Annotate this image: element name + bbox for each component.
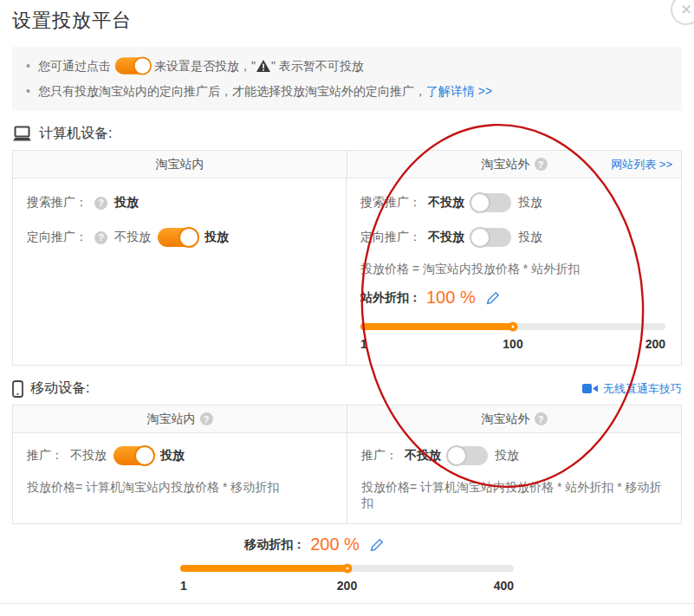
promo-label: 推广： xyxy=(27,448,63,464)
help-icon[interactable]: ? xyxy=(200,412,213,425)
mobile-offsite-promo-toggle[interactable] xyxy=(448,446,488,465)
mobile-icon xyxy=(12,380,23,398)
computer-offsite-cell: 搜索推广： 不投放 投放 定向推广： 不投放 投放 投放价格 = 淘宝站内投放价… xyxy=(346,178,681,365)
computer-offsite-header-label: 淘宝站外 xyxy=(482,157,530,172)
computer-offsite-search-row: 搜索推广： 不投放 投放 xyxy=(360,192,665,213)
bullet-dot: • xyxy=(26,81,30,101)
mobile-onsite-header-label: 淘宝站内 xyxy=(147,412,196,427)
slider-min-label: 1 xyxy=(360,337,462,351)
computer-onsite-search-row: 搜索推广： ? 投放 xyxy=(27,192,332,213)
promo-on-label: 投放 xyxy=(495,448,519,464)
slider-fill xyxy=(360,323,513,330)
toggle-knob xyxy=(470,227,490,248)
mobile-offsite-header-label: 淘宝站外 xyxy=(482,412,530,427)
edit-pencil-icon[interactable] xyxy=(370,538,384,552)
slider-max-label: 200 xyxy=(564,337,665,351)
slider-min-label: 1 xyxy=(180,579,291,593)
mobile-table: 淘宝站内 ? 淘宝站外 ? 推广： 不投放 投放 投放价格= 计算机淘宝站内投放… xyxy=(12,405,682,524)
mobile-onsite-price-formula: 投放价格= 计算机淘宝站内投放价格 * 移动折扣 xyxy=(27,480,333,496)
target-promo-off-label: 不投放 xyxy=(428,230,464,245)
mobile-onsite-header: 淘宝站内 ? xyxy=(13,405,347,432)
search-promo-label: 搜索推广： xyxy=(27,195,88,211)
slider-mid-label: 200 xyxy=(291,579,402,593)
mobile-discount-line: 移动折扣： 200 % xyxy=(147,535,481,554)
search-promo-label: 搜索推广： xyxy=(360,195,421,211)
search-promo-value: 投放 xyxy=(114,195,139,211)
warning-icon xyxy=(256,60,270,72)
mobile-onsite-promo-toggle[interactable] xyxy=(114,446,153,465)
target-promo-label: 定向推广： xyxy=(360,230,421,245)
target-promo-on-label: 投放 xyxy=(204,230,229,245)
computer-onsite-target-toggle[interactable] xyxy=(158,228,198,247)
computer-table-header: 淘宝站内 淘宝站外 ? 网站列表 >> xyxy=(13,151,681,178)
promo-label: 推广： xyxy=(361,448,398,464)
computer-onsite-header: 淘宝站内 xyxy=(13,151,347,178)
wireless-tips-link[interactable]: 无线直通车技巧 xyxy=(582,381,682,397)
computer-offsite-target-row: 定向推广： 不投放 投放 xyxy=(360,227,665,248)
video-camera-icon xyxy=(582,383,599,394)
mobile-discount-label: 移动折扣： xyxy=(244,537,305,553)
target-promo-label: 定向推广： xyxy=(27,230,88,245)
edit-pencil-icon[interactable] xyxy=(486,291,500,305)
target-promo-on-label: 投放 xyxy=(518,230,542,245)
mobile-discount-value: 200 % xyxy=(310,535,360,554)
mobile-offsite-promo-row: 推广： 不投放 投放 xyxy=(361,445,667,466)
mobile-discount-slider[interactable] xyxy=(180,565,514,572)
page-title: 设置投放平台 xyxy=(0,0,694,34)
bullet-dot: • xyxy=(26,56,30,75)
notice-1-post: " 表示暂不可投放 xyxy=(271,56,364,75)
offsite-slider-labels: 1 100 200 xyxy=(360,337,665,351)
wireless-tips-label: 无线直通车技巧 xyxy=(603,381,682,397)
toggle-knob xyxy=(470,192,490,213)
offsite-price-formula: 投放价格 = 淘宝站内投放价格 * 站外折扣 xyxy=(360,262,665,277)
mobile-section-title: 移动设备: xyxy=(30,379,89,398)
slider-max-label: 400 xyxy=(403,579,514,593)
help-icon[interactable]: ? xyxy=(535,412,548,425)
offsite-discount-value: 100 % xyxy=(426,288,476,308)
notice-line-2: • 您只有投放淘宝站内的定向推广后，才能选择投放淘宝站外的定向推广， 了解详情 … xyxy=(26,81,668,101)
help-icon[interactable]: ? xyxy=(94,197,107,210)
computer-table: 淘宝站内 淘宝站外 ? 网站列表 >> 搜索推广： ? 投放 定向推广： ? 不… xyxy=(12,150,682,366)
computer-onsite-target-row: 定向推广： ? 不投放 投放 xyxy=(27,227,332,248)
slider-handle[interactable] xyxy=(342,564,352,574)
offsite-discount-label: 站外折扣： xyxy=(360,290,421,306)
computer-offsite-target-toggle[interactable] xyxy=(471,228,511,247)
search-promo-off-label: 不投放 xyxy=(428,195,464,211)
mobile-slider-labels: 1 200 400 xyxy=(180,579,514,593)
mobile-offsite-price-formula: 投放价格= 计算机淘宝站内投放价格 * 站外折扣 * 移动折扣 xyxy=(361,480,667,511)
mobile-discount-area: 移动折扣： 200 % 1 200 400 xyxy=(180,535,514,593)
mobile-onsite-promo-row: 推广： 不投放 投放 xyxy=(27,445,333,466)
search-promo-on-label: 投放 xyxy=(518,195,542,211)
site-list-link[interactable]: 网站列表 >> xyxy=(611,157,672,172)
computer-offsite-search-toggle[interactable] xyxy=(471,193,511,212)
mobile-onsite-cell: 推广： 不投放 投放 投放价格= 计算机淘宝站内投放价格 * 移动折扣 xyxy=(13,433,347,523)
mobile-section-header: 移动设备: 无线直通车技巧 xyxy=(12,379,682,398)
learn-more-link[interactable]: 了解详情 >> xyxy=(426,81,492,101)
computer-icon xyxy=(12,126,32,142)
help-icon[interactable]: ? xyxy=(535,158,548,171)
slider-handle[interactable] xyxy=(509,322,518,332)
notice-1-pre: 您可通过点击 xyxy=(38,56,111,75)
toggle-knob xyxy=(178,227,199,248)
slider-mid-label: 100 xyxy=(462,337,563,351)
notice-1-mid: 来设置是否投放，" xyxy=(154,56,256,75)
example-toggle xyxy=(115,57,150,74)
mobile-offsite-cell: 推广： 不投放 投放 投放价格= 计算机淘宝站内投放价格 * 站外折扣 * 移动… xyxy=(347,433,681,523)
notice-2-text: 您只有投放淘宝站内的定向推广后，才能选择投放淘宝站外的定向推广， xyxy=(38,81,426,101)
target-promo-off-label: 不投放 xyxy=(114,230,151,245)
toggle-knob xyxy=(134,445,155,466)
offsite-discount-slider[interactable] xyxy=(360,323,665,330)
promo-off-label: 不投放 xyxy=(70,448,107,464)
notice-line-1: • 您可通过点击 来设置是否投放，" " 表示暂不可投放 xyxy=(26,56,668,75)
slider-fill xyxy=(180,565,347,572)
mobile-offsite-header: 淘宝站外 ? xyxy=(347,405,681,432)
mobile-table-header: 淘宝站内 ? 淘宝站外 ? xyxy=(13,405,681,433)
computer-onsite-header-label: 淘宝站内 xyxy=(156,157,204,172)
promo-on-label: 投放 xyxy=(160,448,185,464)
toggle-knob xyxy=(446,445,467,466)
notice-box: • 您可通过点击 来设置是否投放，" " 表示暂不可投放 • 您只有投放淘宝站内… xyxy=(12,47,682,111)
computer-onsite-cell: 搜索推广： ? 投放 定向推广： ? 不投放 投放 xyxy=(13,178,346,365)
promo-off-label: 不投放 xyxy=(405,448,441,464)
offsite-discount-line: 站外折扣： 100 % xyxy=(360,288,665,308)
help-icon[interactable]: ? xyxy=(94,231,107,244)
